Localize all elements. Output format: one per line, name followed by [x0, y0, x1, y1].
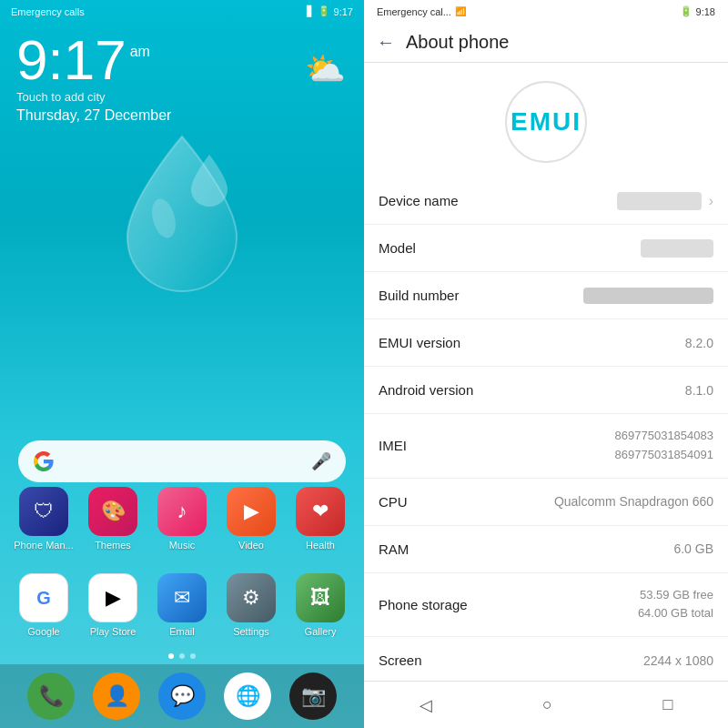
am-pm: am [130, 45, 150, 59]
playstore-label: Play Store [80, 626, 146, 637]
app-video[interactable]: ▶ Video [218, 487, 284, 551]
emergency-calls-left: Emergency calls [11, 6, 85, 17]
sim-icon: 📶 [455, 6, 466, 16]
imei-value: 869775031854083 869775031854091 [615, 427, 713, 465]
cpu-value: Qualcomm Snapdragon 660 [554, 494, 713, 509]
phone-manager-label: Phone Man... [11, 540, 76, 551]
health-label: Health [288, 540, 353, 551]
add-city-label[interactable]: Touch to add city [16, 90, 348, 104]
app-phone-manager[interactable]: 🛡 Phone Man... [11, 487, 76, 551]
top-bar: ← About phone [364, 23, 728, 63]
model-value: ARS-L02 [641, 239, 713, 258]
info-android-version: Android version 8.1.0 [364, 367, 728, 414]
emui-version-label: EMUI version [379, 335, 460, 350]
app-music[interactable]: ♪ Music [149, 487, 215, 551]
dock-messages[interactable]: 💬 [158, 672, 206, 720]
time-left: 9:17 [334, 6, 353, 17]
dot-3 [190, 653, 196, 659]
app-health[interactable]: ❤ Health [288, 487, 353, 551]
model-label: Model [379, 240, 416, 256]
contacts-icon: 👤 [105, 684, 129, 708]
info-model: Model ARS-L02 [364, 225, 728, 272]
bottom-nav-right: ◁ ○ □ [364, 681, 728, 728]
phone-storage-value: 53.59 GB free 64.00 GB total [638, 586, 713, 624]
water-drop-illustration [109, 127, 255, 309]
device-name-label: Device name [379, 193, 459, 208]
info-screen: Screen 2244 x 1080 [364, 637, 728, 681]
video-icon: ▶ [227, 487, 276, 536]
android-version-value: 8.1.0 [685, 383, 713, 398]
gallery-icon: 🖼 [296, 573, 345, 622]
info-cpu: CPU Qualcomm Snapdragon 660 [364, 479, 728, 526]
app-email[interactable]: ✉ Email [149, 573, 215, 637]
status-bar-right: Emergency cal... 📶 🔋 9:18 [364, 0, 728, 23]
camera-icon: 📷 [301, 684, 326, 708]
ram-value: 6.0 GB [673, 541, 713, 556]
dock-chrome[interactable]: 🌐 [224, 672, 271, 720]
chrome-icon: 🌐 [236, 684, 260, 708]
app-themes[interactable]: 🎨 Themes [80, 487, 146, 551]
info-ram: RAM 6.0 GB [364, 526, 728, 573]
themes-label: Themes [80, 540, 146, 551]
battery-icon-left: 🔋 [318, 5, 330, 17]
info-list: Device name HUAWEI xxx › Model ARS-L02 B… [364, 177, 728, 681]
ram-label: RAM [379, 541, 409, 557]
screen-value: 2244 x 1080 [643, 653, 713, 668]
phone-storage-label: Phone storage [379, 597, 468, 612]
app-playstore[interactable]: ▶ Play Store [80, 573, 146, 637]
screen-label: Screen [379, 652, 422, 668]
gallery-label: Gallery [288, 626, 353, 637]
email-icon: ✉ [157, 573, 207, 622]
info-imei: IMEI 869775031854083 869775031854091 [364, 414, 728, 479]
nav-home-right[interactable]: ○ [524, 688, 571, 722]
emui-circle: EMUI [505, 81, 587, 163]
google-label: Google [11, 626, 76, 637]
emui-area: EMUI [364, 63, 728, 177]
dock-contacts[interactable]: 👤 [93, 672, 140, 720]
build-number-value: ARS-L02C2.0.1.0(C636) [583, 288, 713, 304]
app-row-1: 🛡 Phone Man... 🎨 Themes ♪ Music ▶ Video … [0, 487, 364, 551]
cpu-label: CPU [379, 494, 408, 510]
themes-icon: 🎨 [88, 487, 137, 536]
google-app-icon: G [19, 573, 68, 622]
voice-search-icon[interactable]: 🎤 [311, 451, 331, 471]
status-bar-left: Emergency calls ▋ 🔋 9:17 [0, 0, 364, 23]
left-panel: Emergency calls ▋ 🔋 9:17 9:17 am Touch t… [0, 0, 364, 728]
right-panel: Emergency cal... 📶 🔋 9:18 ← About phone … [364, 0, 728, 728]
video-label: Video [218, 540, 284, 551]
dock-phone[interactable]: 📞 [27, 672, 75, 720]
page-title: About phone [406, 32, 509, 53]
dock-camera[interactable]: 📷 [289, 672, 337, 720]
playstore-icon: ▶ [88, 573, 137, 622]
phone-manager-icon: 🛡 [19, 487, 68, 536]
phone-icon: 📞 [39, 684, 64, 708]
battery-icon-right: 🔋 [680, 5, 693, 17]
dot-2 [179, 653, 185, 659]
weather-icon: ⛅ [305, 50, 346, 88]
google-icon [33, 450, 55, 472]
emergency-calls-right: Emergency cal... [377, 6, 451, 17]
search-bar[interactable]: 🎤 [18, 440, 346, 482]
device-name-chevron: › [709, 193, 713, 209]
info-emui-version: EMUI version 8.2.0 [364, 319, 728, 367]
email-label: Email [149, 626, 215, 637]
music-icon: ♪ [157, 487, 207, 536]
dot-1 [168, 653, 174, 659]
app-gallery[interactable]: 🖼 Gallery [288, 573, 353, 637]
back-button[interactable]: ← [377, 32, 395, 53]
info-device-name[interactable]: Device name HUAWEI xxx › [364, 177, 728, 225]
music-label: Music [149, 540, 215, 551]
nav-back-right[interactable]: ◁ [401, 688, 450, 723]
device-name-value: HUAWEI xxx [617, 192, 701, 210]
nav-recents-right[interactable]: □ [644, 688, 691, 722]
app-settings[interactable]: ⚙ Settings [218, 573, 284, 637]
emui-logo-text: EMUI [511, 107, 581, 136]
android-version-label: Android version [379, 382, 473, 398]
bottom-dock: 📞 👤 💬 🌐 📷 [0, 664, 364, 728]
messages-icon: 💬 [170, 684, 195, 708]
build-number-label: Build number [379, 288, 459, 303]
settings-icon: ⚙ [227, 573, 276, 622]
app-google[interactable]: G Google [11, 573, 76, 637]
page-dots [168, 653, 196, 659]
info-build-number: Build number ARS-L02C2.0.1.0(C636) [364, 272, 728, 319]
